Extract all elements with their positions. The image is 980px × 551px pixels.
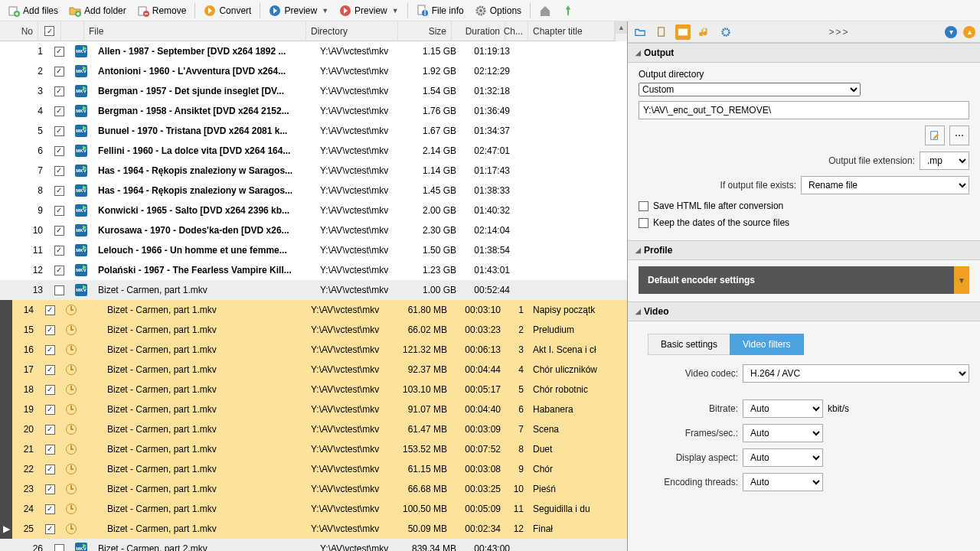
col-chapter-title[interactable]: Chapter title [528,21,615,41]
video-fps[interactable]: Auto [743,424,823,442]
scrollbar[interactable]: ▲ [615,21,627,41]
cell-check[interactable] [47,161,70,181]
cell-check[interactable] [47,41,70,61]
video-codec[interactable]: H.264 / AVC [743,364,969,383]
table-row[interactable]: 22Bizet - Carmen, part 1.mkvY:\AV\vctest… [0,459,627,479]
cell-check[interactable] [38,499,61,519]
col-file[interactable]: File [84,21,306,41]
table-row[interactable]: 6MKVFellini - 1960 - La dolce vita [DVD … [0,141,627,161]
cell-check[interactable] [38,380,61,399]
collapse-down-icon[interactable]: ▾ [945,26,957,38]
tab-basic-settings[interactable]: Basic settings [648,334,730,355]
tab-settings-icon[interactable] [718,24,733,40]
table-row[interactable]: 21Bizet - Carmen, part 1.mkvY:\AV\vctest… [0,439,627,459]
cell-check[interactable] [47,101,70,121]
col-check-all[interactable] [38,21,61,41]
cell-check[interactable] [47,121,70,141]
col-no[interactable]: No [0,21,38,41]
file-info-button[interactable]: iFile info [412,2,469,19]
output-section-header[interactable]: Output [628,43,980,63]
collapse-up-icon[interactable]: ▴ [963,26,975,38]
cell-check[interactable] [38,439,61,459]
home-button[interactable] [534,2,556,19]
save-html-checkbox[interactable] [639,201,648,211]
pin-button[interactable] [557,2,579,19]
keep-dates-checkbox[interactable] [639,218,648,228]
preview1-button[interactable]: Preview▼ [264,2,333,19]
table-row[interactable]: 7MKVHas - 1964 - Rękopis znaleziony w Sa… [0,161,627,181]
table-row[interactable]: 18Bizet - Carmen, part 1.mkvY:\AV\vctest… [0,380,627,399]
video-aspect[interactable]: Auto [743,448,823,467]
table-row[interactable]: 1MKVAllen - 1987 - September [DVD x264 1… [0,41,627,61]
table-row[interactable]: 24Bizet - Carmen, part 1.mkvY:\AV\vctest… [0,499,627,519]
table-row[interactable]: 13MKVBizet - Carmen, part 1.mkvY:\AV\vct… [0,280,627,300]
table-row[interactable]: 8MKVHas - 1964 - Rękopis znaleziony w Sa… [0,181,627,201]
table-row[interactable]: 14Bizet - Carmen, part 1.mkvY:\AV\vctest… [0,300,627,320]
col-duration[interactable]: Duration [452,21,505,41]
table-row[interactable]: 17Bizet - Carmen, part 1.mkvY:\AV\vctest… [0,360,627,380]
output-dir-mode[interactable]: Custom [639,83,861,96]
convert-button[interactable]: Convert [199,2,256,19]
tab-folder-icon[interactable] [632,24,648,40]
video-section-header[interactable]: Video [628,302,980,321]
table-row[interactable]: 2MKVAntonioni - 1960 - L'Avventura [DVD … [0,61,627,81]
tab-document-icon[interactable] [654,24,669,40]
cell-check[interactable] [38,320,61,340]
cell-check[interactable] [47,260,70,280]
profile-dropdown-icon[interactable]: ▼ [954,266,969,294]
table-row[interactable]: 26MKVBizet - Carmen, part 2.mkvY:\AV\vct… [0,539,627,551]
tab-audio-icon[interactable] [697,24,712,40]
output-extension[interactable]: .mp4 [920,152,969,170]
options-button[interactable]: Options [470,2,526,19]
table-row[interactable]: 9MKVKonwicki - 1965 - Salto [DVD x264 23… [0,201,627,220]
more-tabs[interactable]: >>> [828,27,849,37]
cell-check[interactable] [38,519,61,539]
add-folder-button[interactable]: Add folder [64,2,131,19]
col-directory[interactable]: Directory [306,21,398,41]
cell-check[interactable] [47,220,70,240]
table-row[interactable]: 3MKVBergman - 1957 - Det sjunde inseglet… [0,81,627,101]
table-row[interactable]: 11MKVLelouch - 1966 - Un homme et une fe… [0,240,627,260]
output-dir-path[interactable] [639,101,969,119]
cell-check[interactable] [47,81,70,101]
table-row[interactable]: 5MKVBunuel - 1970 - Tristana [DVD x264 2… [0,121,627,141]
table-row[interactable]: 12MKVPolański - 1967 - The Fearless Vamp… [0,260,627,280]
table-row[interactable]: 15Bizet - Carmen, part 1.mkvY:\AV\vctest… [0,320,627,340]
add-files-button[interactable]: Add files [3,2,63,19]
table-row[interactable]: 23Bizet - Carmen, part 1.mkvY:\AV\vctest… [0,479,627,499]
browse-path-button[interactable]: ⋯ [949,126,969,145]
table-row[interactable]: 4MKVBergman - 1958 - Ansiktet [DVD x264 … [0,101,627,121]
edit-path-button[interactable] [925,126,945,145]
cell-check[interactable] [38,479,61,499]
remove-button[interactable]: Remove [132,2,191,19]
cell-check[interactable] [47,201,70,220]
cell-check[interactable] [47,181,70,201]
cell-check[interactable] [38,340,61,360]
cell-check[interactable] [47,539,70,551]
output-exists-action[interactable]: Rename file [801,176,969,194]
col-chapter-no[interactable]: Ch... [505,21,528,41]
preview2-button[interactable]: Preview▼ [335,2,403,19]
tab-video-filters[interactable]: Video filters [730,334,803,355]
cell-check[interactable] [38,459,61,479]
cell-check[interactable] [47,61,70,81]
dropdown-icon[interactable]: ▼ [392,7,399,15]
cell-check[interactable] [38,300,61,320]
dropdown-icon[interactable]: ▼ [322,7,328,15]
scroll-up-icon[interactable]: ▲ [616,21,627,34]
video-bitrate[interactable]: Auto [743,399,823,418]
cell-check[interactable] [38,419,61,439]
cell-check[interactable] [47,240,70,260]
profile-section-header[interactable]: Profile [628,240,980,260]
cell-check[interactable] [38,360,61,380]
tab-video-icon[interactable] [675,24,691,40]
encoding-threads[interactable]: Auto [743,473,823,491]
cell-check[interactable] [47,141,70,161]
table-row[interactable]: 10MKVKurosawa - 1970 - Dodes'ka-den [DVD… [0,220,627,240]
table-row[interactable]: ▶25Bizet - Carmen, part 1.mkvY:\AV\vctes… [0,519,627,539]
col-size[interactable]: Size [398,21,452,41]
cell-check[interactable] [47,280,70,300]
cell-check[interactable] [38,399,61,419]
table-row[interactable]: 16Bizet - Carmen, part 1.mkvY:\AV\vctest… [0,340,627,360]
profile-selector[interactable]: Default encoder settings▼ [639,266,969,294]
